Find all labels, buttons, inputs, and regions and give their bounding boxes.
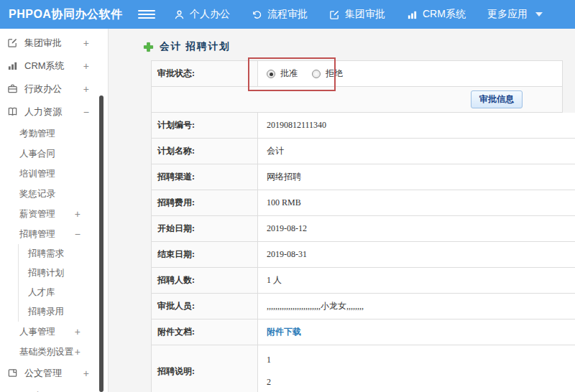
field-row-end-date: 结束日期: 2019-08-31 bbox=[152, 242, 575, 268]
sidebar-item-recruitment-hiring[interactable]: 招聘录用 bbox=[18, 302, 108, 322]
sidebar-item-recruitment-plan[interactable]: 招聘计划 bbox=[18, 263, 108, 283]
field-row-headcount: 招聘人数: 1 人 bbox=[152, 268, 575, 294]
sidebar-item-label: 人才库 bbox=[28, 286, 55, 299]
sidebar-item-personnel-mgmt[interactable]: 人事管理 + bbox=[0, 322, 108, 342]
expand-toggle[interactable]: + bbox=[83, 368, 89, 379]
sidebar-item-label: 基础类别设置 bbox=[19, 346, 73, 358]
field-label: 开始日期: bbox=[152, 216, 258, 242]
radio-approve[interactable]: 批准 bbox=[267, 67, 298, 80]
hamburger-menu-icon[interactable] bbox=[138, 10, 155, 19]
nav-label: 更多应用 bbox=[487, 8, 528, 21]
nav-process-approval[interactable]: 流程审批 bbox=[252, 8, 308, 21]
field-label: 计划编号: bbox=[152, 113, 258, 139]
field-value: 2019-08-12 bbox=[258, 216, 575, 242]
sidebar-item-label: 招聘计划 bbox=[28, 267, 64, 279]
field-value: 20190812111340 bbox=[258, 113, 575, 139]
sidebar-item-label: 招聘需求 bbox=[28, 248, 64, 260]
nav-label: 个人办公 bbox=[190, 8, 230, 21]
sidebar-item-vehicle-mgmt[interactable]: 用车管理 + bbox=[0, 385, 108, 392]
sidebar-item-admin-office[interactable]: 行政办公 + bbox=[0, 78, 108, 101]
sidebar-item-label: 考勤管理 bbox=[19, 128, 55, 140]
radio-approve-label: 批准 bbox=[280, 67, 298, 80]
sidebar-item-group-approval[interactable]: 集团审批 + bbox=[0, 32, 108, 55]
radio-reject-circle[interactable] bbox=[312, 70, 321, 78]
sidebar-item-label: 薪资管理 bbox=[19, 208, 55, 220]
sidebar-item-human-resources[interactable]: 人力资源 − bbox=[0, 101, 108, 123]
radio-reject-label: 拒绝 bbox=[326, 67, 343, 80]
approval-status-value: 批准 拒绝 bbox=[258, 61, 563, 87]
page-title-row: 会计 招聘计划 bbox=[143, 40, 575, 53]
sidebar-item-label: 公文管理 bbox=[24, 367, 62, 380]
field-value: 网络招聘 bbox=[258, 164, 575, 190]
nav-personal-office[interactable]: 个人办公 bbox=[174, 8, 230, 21]
sidebar-item-label: 行政办公 bbox=[24, 83, 62, 95]
sidebar-item-recruitment-mgmt[interactable]: 招聘管理 − bbox=[0, 224, 108, 244]
approval-status-label: 审批状态: bbox=[152, 61, 258, 87]
sidebar-item-label: 招聘管理 bbox=[19, 228, 55, 241]
edit-square-icon bbox=[7, 37, 19, 49]
sidebar-scrollbar[interactable] bbox=[99, 95, 104, 392]
sidebar-item-label: 招聘录用 bbox=[28, 306, 64, 318]
expand-toggle[interactable]: + bbox=[83, 83, 89, 95]
sidebar-item-hr-contract[interactable]: 人事合同 bbox=[0, 144, 108, 164]
add-plus-icon[interactable] bbox=[143, 42, 154, 52]
user-icon bbox=[174, 9, 185, 20]
sidebar-item-label: 人力资源 bbox=[24, 106, 62, 118]
field-row-attachment: 附件文档: 附件下载 bbox=[152, 319, 575, 345]
sidebar-item-label: 培训管理 bbox=[19, 168, 55, 180]
nav-label: 流程审批 bbox=[267, 8, 308, 21]
briefcase-icon bbox=[7, 83, 19, 95]
process-approval-icon bbox=[252, 9, 262, 20]
sidebar-item-training-mgmt[interactable]: 培训管理 bbox=[0, 164, 108, 184]
nav-group-approval[interactable]: 集团审批 bbox=[329, 8, 385, 21]
approval-status-row: 审批状态: 批准 拒绝 bbox=[152, 61, 563, 87]
sidebar-item-salary-mgmt[interactable]: 薪资管理 + bbox=[0, 204, 108, 224]
expand-toggle[interactable]: + bbox=[83, 37, 89, 49]
expand-toggle[interactable]: − bbox=[75, 228, 80, 240]
nav-label: CRM系统 bbox=[423, 8, 466, 21]
field-row-approvers: 审批人员: ,,,,,,,,,,,,,,,,,,,,,,,,,小龙女,,,,,,… bbox=[152, 294, 575, 319]
sidebar-item-base-category-settings[interactable]: 基础类别设置 + bbox=[0, 342, 108, 362]
description-line: 1 bbox=[267, 355, 571, 365]
sidebar: 集团审批 + CRM系统 + 行政办公 + 人 bbox=[0, 29, 108, 392]
field-label: 附件文档: bbox=[152, 319, 258, 345]
sidebar-item-document-mgmt[interactable]: 公文管理 + bbox=[0, 362, 108, 385]
radio-selected-dot bbox=[270, 73, 273, 76]
recruitment-plan-detail-table: 计划编号: 20190812111340 计划名称: 会计 招聘渠道: 网络招聘… bbox=[151, 113, 575, 392]
radio-approve-circle[interactable] bbox=[267, 70, 275, 78]
edit-square-icon bbox=[329, 9, 340, 20]
sidebar-item-reward-punishment[interactable]: 奖惩记录 bbox=[0, 184, 108, 204]
sidebar-item-label: CRM系统 bbox=[24, 60, 65, 73]
field-label: 招聘人数: bbox=[152, 268, 258, 294]
field-row-description: 招聘说明: 1 2 bbox=[152, 345, 575, 392]
nav-crm-system[interactable]: CRM系统 bbox=[407, 8, 466, 21]
sidebar-item-talent-pool[interactable]: 人才库 bbox=[18, 283, 108, 302]
sidebar-item-recruitment-demand[interactable]: 招聘需求 bbox=[18, 244, 108, 263]
page: PHPOA协同办公软件 个人办公 流程审批 bbox=[0, 0, 575, 392]
sidebar-item-label: 奖惩记录 bbox=[19, 188, 55, 200]
field-label: 审批人员: bbox=[152, 294, 258, 319]
bar-chart-icon bbox=[407, 9, 418, 20]
field-row-plan-name: 计划名称: 会计 bbox=[152, 139, 575, 164]
top-navigation: 个人办公 流程审批 集团审批 bbox=[174, 8, 543, 21]
expand-toggle[interactable]: + bbox=[75, 326, 80, 337]
attachment-download-link[interactable]: 附件下载 bbox=[267, 327, 301, 337]
main-content: 会计 招聘计划 审批状态: 批准 bbox=[108, 29, 575, 392]
nav-more-apps[interactable]: 更多应用 bbox=[487, 8, 543, 21]
approval-info-button[interactable]: 审批信息 bbox=[471, 90, 523, 108]
expand-toggle[interactable]: + bbox=[75, 208, 80, 220]
expand-toggle[interactable]: + bbox=[75, 346, 80, 358]
sidebar-item-attendance-mgmt[interactable]: 考勤管理 bbox=[0, 123, 108, 144]
field-value: 会计 bbox=[258, 139, 575, 164]
nav-label: 集团审批 bbox=[345, 8, 385, 21]
field-row-recruit-cost: 招聘费用: 100 RMB bbox=[152, 190, 575, 216]
bar-chart-icon bbox=[7, 60, 19, 72]
approval-button-row: 审批信息 bbox=[152, 87, 563, 113]
field-value: ,,,,,,,,,,,,,,,,,,,,,,,,,小龙女,,,,,,,, bbox=[258, 294, 575, 319]
expand-toggle[interactable]: + bbox=[83, 60, 89, 72]
sidebar-item-crm-system[interactable]: CRM系统 + bbox=[0, 55, 108, 78]
expand-toggle[interactable]: − bbox=[83, 106, 89, 118]
sidebar-item-label: 人事合同 bbox=[19, 148, 55, 160]
radio-reject[interactable]: 拒绝 bbox=[312, 67, 343, 80]
approval-button-cell: 审批信息 bbox=[152, 87, 563, 113]
